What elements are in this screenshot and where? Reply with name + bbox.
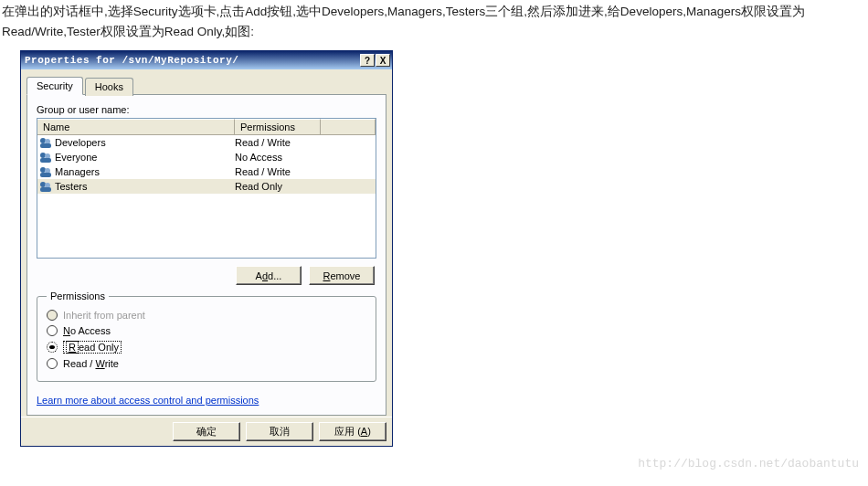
row-permission: Read / Write xyxy=(235,137,363,148)
window-title: Properties for /svn/MyRepository/ xyxy=(25,55,360,66)
add-button[interactable]: Add... xyxy=(236,266,302,285)
group-icon xyxy=(39,165,52,178)
column-header-name[interactable]: Name xyxy=(37,119,235,135)
tab-row: Security Hooks xyxy=(26,77,386,95)
radio-icon xyxy=(47,325,58,336)
radio-read-only[interactable]: Read Only xyxy=(47,341,366,354)
row-permission: No Access xyxy=(235,152,363,163)
group-user-label: Group or user name: xyxy=(37,104,376,115)
group-icon xyxy=(39,136,52,149)
svg-rect-2 xyxy=(40,143,51,148)
radio-no-access[interactable]: No Access xyxy=(47,325,366,336)
svg-point-9 xyxy=(40,182,46,187)
svg-rect-11 xyxy=(40,187,51,192)
column-header-permissions[interactable]: Permissions xyxy=(235,119,321,135)
permissions-legend: Permissions xyxy=(47,291,109,301)
svg-rect-5 xyxy=(40,158,51,163)
radio-icon xyxy=(47,358,58,369)
radio-read-write[interactable]: Read / Write xyxy=(47,358,366,369)
row-name: Everyone xyxy=(55,152,97,163)
permissions-groupbox: Permissions Inherit from parent No Acces… xyxy=(37,291,376,382)
row-permission: Read / Write xyxy=(235,166,363,177)
tab-hooks[interactable]: Hooks xyxy=(85,78,133,96)
dialog-button-row: 确定 取消 应用 (A) xyxy=(21,417,392,446)
table-row[interactable]: Managers Read / Write xyxy=(37,164,376,179)
titlebar[interactable]: Properties for /svn/MyRepository/ ? X xyxy=(21,51,392,69)
help-button[interactable]: ? xyxy=(360,54,375,67)
radio-icon xyxy=(47,342,58,353)
group-icon xyxy=(39,151,52,164)
radio-inherit: Inherit from parent xyxy=(47,310,366,321)
cancel-button[interactable]: 取消 xyxy=(246,422,313,441)
column-header-spacer xyxy=(321,119,376,135)
table-row[interactable]: Testers Read Only xyxy=(37,179,376,194)
apply-button[interactable]: 应用 (A) xyxy=(319,422,386,441)
row-permission: Read Only xyxy=(235,181,363,192)
table-row[interactable]: Everyone No Access xyxy=(37,150,376,164)
row-name: Developers xyxy=(55,137,106,148)
table-row[interactable]: Developers Read / Write xyxy=(37,135,376,150)
learn-more-link[interactable]: Learn more about access control and perm… xyxy=(37,395,259,406)
radio-icon xyxy=(47,310,58,321)
svg-point-0 xyxy=(40,138,46,143)
group-user-list[interactable]: Name Permissions Developers Read / Write xyxy=(37,118,376,259)
tab-panel-security: Group or user name: Name Permissions Dev… xyxy=(26,94,386,416)
svg-point-3 xyxy=(40,153,46,158)
remove-button[interactable]: Remove xyxy=(309,266,375,285)
instruction-text: 在弹出的对话框中,选择Security选项卡,点击Add按钮,选中Develop… xyxy=(0,0,868,43)
properties-dialog: Properties for /svn/MyRepository/ ? X Se… xyxy=(20,50,393,447)
row-name: Managers xyxy=(55,166,100,177)
group-icon xyxy=(39,180,52,193)
close-button[interactable]: X xyxy=(376,54,390,67)
tab-security[interactable]: Security xyxy=(26,77,83,95)
svg-point-6 xyxy=(40,167,46,173)
row-name: Testers xyxy=(55,181,87,192)
ok-button[interactable]: 确定 xyxy=(173,422,240,441)
svg-rect-8 xyxy=(40,173,51,177)
